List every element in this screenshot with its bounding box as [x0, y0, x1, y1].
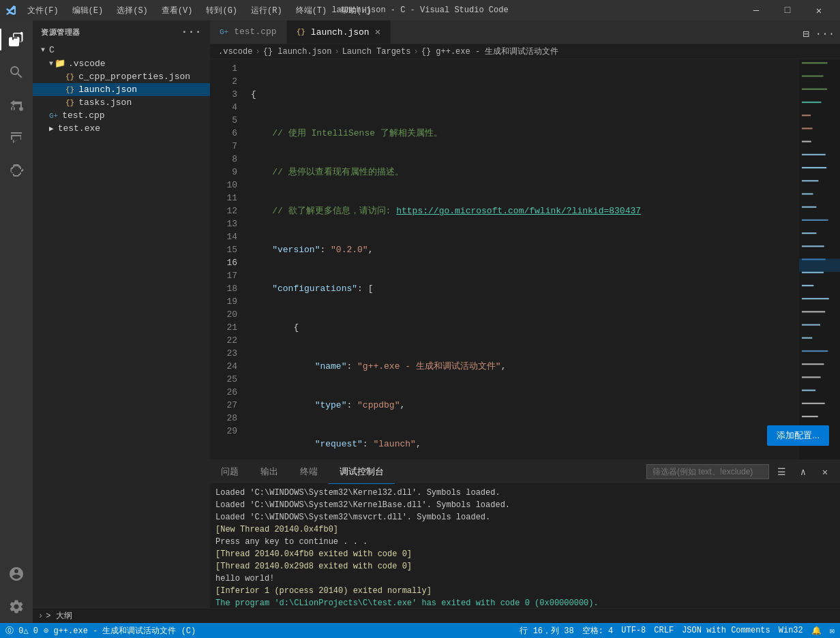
close-button[interactable]: ✕ — [803, 0, 835, 20]
tab-close-button[interactable]: ✕ — [375, 27, 380, 37]
window-controls: — □ ✕ — [740, 0, 835, 20]
status-indent[interactable]: 空格: 4 — [582, 625, 614, 637]
root-label: C — [49, 45, 55, 55]
panel-up-button[interactable]: ∧ — [794, 462, 813, 481]
sidebar-item-label: test.cpp — [62, 110, 104, 121]
explorer-section: ▼ C ▼ 📁 .vscode {} c_cpp_properties.json… — [33, 44, 210, 135]
cpp-tab-icon: G+ — [220, 28, 228, 36]
bc-sep-3: › — [413, 47, 418, 57]
debug-line-7: [Thread 20140.0x29d8 exited with code 0] — [215, 560, 835, 573]
panel-list-view-button[interactable]: ☰ — [772, 462, 791, 481]
status-eol[interactable]: CRLF — [654, 626, 674, 635]
debug-filter-input[interactable] — [646, 464, 769, 479]
menu-file[interactable]: 文件(F) — [22, 3, 64, 18]
more-actions-button[interactable]: ··· — [815, 25, 835, 44]
panel-tabs: 问题 输出 终端 调试控制台 ☰ ∧ ✕ — [210, 460, 840, 484]
status-debug-session[interactable]: ⊙ g++.exe - 生成和调试活动文件 (C) — [44, 625, 196, 637]
menu-run[interactable]: 运行(R) — [245, 3, 288, 18]
panel-tab-debug-console[interactable]: 调试控制台 — [329, 460, 395, 484]
activity-run-debug[interactable] — [0, 121, 33, 154]
debug-line-5: Press any key to continue . . . — [215, 536, 835, 548]
bc-launch-targets[interactable]: Launch Targets — [342, 47, 411, 57]
status-platform[interactable]: Win32 — [779, 626, 803, 635]
activity-account[interactable] — [0, 558, 33, 590]
sidebar-item-launch-json[interactable]: {} launch.json — [33, 83, 210, 96]
tab-label: test.cpp — [234, 27, 276, 37]
debug-line-2: Loaded 'C:\WINDOWS\System32\KernelBase.d… — [215, 499, 835, 511]
tab-label: launch.json — [311, 27, 370, 37]
sidebar-item-tasks-json[interactable]: {} tasks.json — [33, 96, 210, 109]
sidebar-more-button[interactable]: ··· — [181, 26, 202, 38]
tab-bar-right: ⊟ ··· — [796, 25, 840, 44]
debug-console-content[interactable]: Loaded 'C:\WINDOWS\System32\Kernel32.dll… — [210, 484, 840, 623]
explorer-root-c[interactable]: ▼ C — [33, 44, 210, 57]
menu-select[interactable]: 选择(S) — [111, 3, 153, 18]
status-errors[interactable]: ⓪ 0△ 0 — [5, 625, 38, 637]
debug-line-1: Loaded 'C:\WINDOWS\System32\Kernel32.dll… — [215, 487, 835, 499]
add-config-button[interactable]: 添加配置... — [767, 425, 829, 446]
menu-edit[interactable]: 编辑(E) — [67, 3, 109, 18]
sidebar-item-label: c_cpp_properties.json — [78, 72, 190, 82]
chevron-down-icon: ▼ — [41, 46, 45, 54]
code-editor[interactable]: 1 2 3 4 5 6 7 8 9 10 11 12 13 14 15 16 1 — [210, 59, 840, 459]
sidebar-header: 资源管理器 ··· — [33, 20, 210, 44]
debug-line-6: [Thread 20140.0x4fb0 exited with code 0] — [215, 548, 835, 560]
title-bar-menu: 文件(F) 编辑(E) 选择(S) 查看(V) 转到(G) 运行(R) 终端(T… — [22, 3, 377, 18]
line-numbers: 1 2 3 4 5 6 7 8 9 10 11 12 13 14 15 16 1 — [210, 59, 243, 438]
menu-terminal[interactable]: 终端(T) — [290, 3, 333, 18]
status-bar-right: 行 16，列 38 空格: 4 UTF-8 CRLF JSON with Com… — [520, 625, 835, 637]
status-language[interactable]: JSON with Comments — [682, 626, 770, 635]
code-line-2: // 使用 IntelliSense 了解相关属性。 — [251, 127, 840, 140]
activity-settings[interactable] — [0, 590, 33, 623]
panel-tab-output[interactable]: 输出 — [250, 460, 289, 484]
debug-line-9: [Inferior 1 (process 20140) exited norma… — [215, 585, 835, 597]
status-encoding[interactable]: UTF-8 — [621, 626, 646, 635]
sidebar-item-c-cpp-properties[interactable]: {} c_cpp_properties.json — [33, 70, 210, 83]
menu-goto[interactable]: 转到(G) — [200, 3, 243, 18]
activity-bar-bottom — [0, 558, 33, 623]
activity-search[interactable] — [0, 56, 33, 89]
sidebar-item-test-cpp[interactable]: G+ test.cpp — [33, 109, 210, 122]
panel-close-button[interactable]: ✕ — [815, 462, 835, 481]
status-cursor-position[interactable]: 行 16，列 38 — [520, 625, 573, 637]
status-bell-icon[interactable]: 🔔 — [811, 626, 822, 636]
maximize-button[interactable]: □ — [772, 0, 803, 20]
activity-explorer[interactable] — [0, 23, 33, 56]
cpp-icon: G+ — [49, 112, 58, 120]
menu-view[interactable]: 查看(V) — [156, 3, 198, 18]
sidebar-item-label: launch.json — [78, 85, 137, 95]
terminal-bar: › > 大纲 — [0, 608, 840, 623]
sidebar-item-label: test.exe — [58, 123, 100, 134]
bc-vscode[interactable]: .vscode — [218, 47, 252, 57]
sidebar-item-label: .vscode — [68, 59, 106, 69]
panel-tab-problems[interactable]: 问题 — [210, 460, 250, 484]
breadcrumb: .vscode › {} launch.json › Launch Target… — [210, 44, 840, 59]
sidebar-item-test-exe[interactable]: ▶ test.exe — [33, 122, 210, 135]
minimap-canvas — [799, 59, 840, 459]
window-title: launch.json - C - Visual Studio Code — [331, 5, 508, 15]
bc-gpp-exe[interactable]: {} g++.exe - 生成和调试活动文件 — [421, 46, 559, 57]
panel-tab-right: ☰ ∧ ✕ — [646, 462, 840, 481]
activity-extensions[interactable] — [0, 154, 33, 187]
debug-line-3: Loaded 'C:\WINDOWS\System32\msvcrt.dll'.… — [215, 511, 835, 523]
minimap — [799, 59, 840, 459]
panel-area: 问题 输出 终端 调试控制台 ☰ ∧ ✕ Loaded 'C:\WINDOWS\… — [210, 459, 840, 623]
status-feedback-icon[interactable]: ✉ — [830, 626, 835, 636]
split-editor-button[interactable]: ⊟ — [796, 25, 815, 44]
chevron-right-icon: › — [38, 611, 43, 621]
tab-test-cpp[interactable]: G+ test.cpp — [210, 20, 287, 44]
exe-icon: ▶ — [49, 124, 54, 133]
tab-bar: G+ test.cpp {} launch.json ✕ ⊟ ··· — [210, 20, 840, 44]
title-bar-left: 文件(F) 编辑(E) 选择(S) 查看(V) 转到(G) 运行(R) 终端(T… — [5, 3, 377, 18]
activity-source-control[interactable] — [0, 89, 33, 121]
sidebar-title: 资源管理器 — [41, 27, 80, 37]
minimize-button[interactable]: — — [740, 0, 772, 20]
content-area: 资源管理器 ··· ▼ C ▼ 📁 .vscode {} c_cpp_prope… — [33, 20, 840, 623]
bc-launch-json[interactable]: {} launch.json — [263, 47, 332, 57]
panel-tab-terminal[interactable]: 终端 — [289, 460, 329, 484]
code-line-9: "type": "cppdbg", — [251, 399, 840, 412]
tab-launch-json[interactable]: {} launch.json ✕ — [287, 20, 391, 44]
code-content[interactable]: { // 使用 IntelliSense 了解相关属性。 // 悬停以查看现有属… — [243, 59, 840, 459]
code-line-4: // 欲了解更多信息，请访问: https://go.microsoft.com… — [251, 204, 840, 217]
sidebar-item-vscode[interactable]: ▼ 📁 .vscode — [33, 57, 210, 70]
